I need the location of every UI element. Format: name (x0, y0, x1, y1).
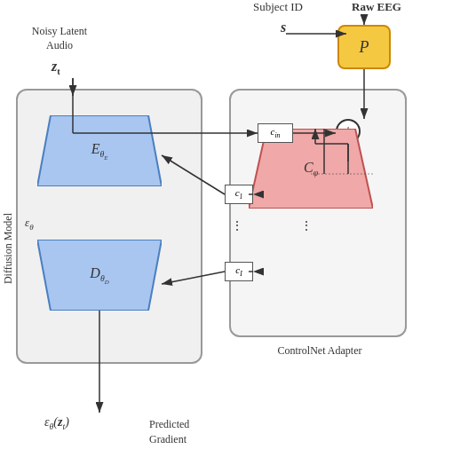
e-node-shape (37, 115, 162, 186)
cphi-dots: ⋮ (300, 220, 313, 232)
diffusion-model-label: Diffusion Model (2, 213, 18, 284)
svg-marker-0 (37, 115, 162, 186)
c-in-box: cin (258, 123, 293, 143)
c-in-label: cin (271, 126, 281, 139)
d-node: DθD (37, 240, 162, 311)
subject-id-label: Subject ID (253, 0, 303, 14)
diagram-container: Diffusion Model ControlNet Adapter Subje… (0, 0, 476, 465)
c1-box: c1 (225, 185, 253, 204)
p-node-label: P (360, 38, 369, 57)
zt-label: zt (52, 59, 60, 76)
controlnet-box (229, 89, 407, 337)
output-expression: εθ(zt) (44, 415, 69, 431)
middle-dots: ⋮ (231, 220, 243, 232)
p-node: P (337, 25, 391, 69)
raw-eeg-label: Raw EEG (352, 0, 401, 14)
cI-box: cI (225, 262, 253, 281)
controlnet-label: ControlNet Adapter (240, 344, 400, 358)
e-node: EθE (37, 115, 162, 186)
svg-marker-1 (37, 240, 162, 311)
predicted-gradient-label: PredictedGradient (149, 417, 189, 447)
s-variable: s (281, 20, 286, 35)
epsilon-theta-label: εθ (25, 216, 34, 232)
d-node-shape (37, 240, 162, 311)
cI-label: cI (235, 264, 242, 278)
c1-label: c1 (235, 187, 243, 201)
noisy-latent-audio-label: Noisy LatentAudio (20, 25, 99, 52)
